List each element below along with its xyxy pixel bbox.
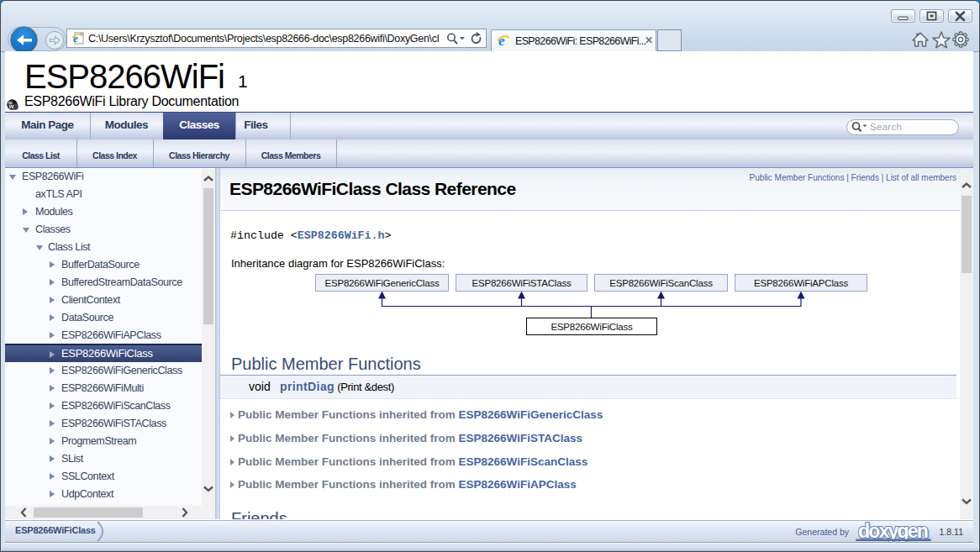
svg-text:e: e [498,33,505,48]
svg-text:ESP8266WiFiAPClass: ESP8266WiFiAPClass [754,278,849,288]
svg-text:w: w [8,103,13,110]
svg-text:ESP8266WiFiGenericClass: ESP8266WiFiGenericClass [324,278,439,288]
svg-text:doxygen: doxygen [858,522,928,542]
svg-text:e: e [73,32,78,45]
svg-text:ESP8266WiFiScanClass: ESP8266WiFiScanClass [609,278,713,288]
svg-text:ESP8266WiFiSTAClass: ESP8266WiFiSTAClass [472,278,572,288]
svg-text:ESP8266WiFiClass: ESP8266WiFiClass [551,322,633,332]
